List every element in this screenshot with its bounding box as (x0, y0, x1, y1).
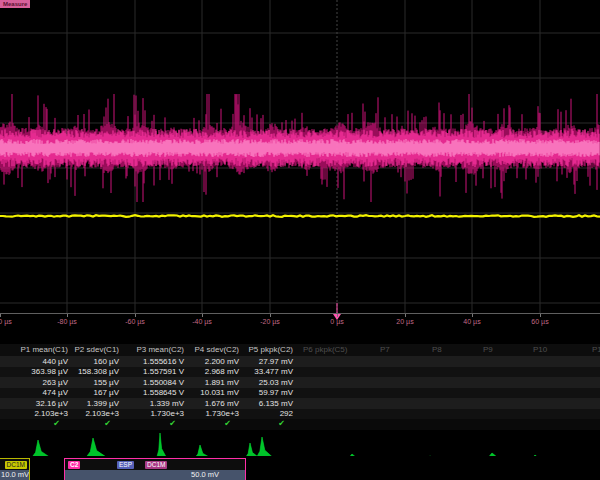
measure-cell-P2-r2: 155 µV (93, 378, 119, 387)
axis-tick (67, 314, 68, 317)
measure-row-4: 32.16 µV1.399 µV1.339 mV1.676 mV6.135 mV (0, 398, 600, 409)
measure-header-inactive-5[interactable]: P1 (592, 345, 600, 354)
measure-cell-P2-r1: 158.308 µV (78, 367, 119, 376)
timebase-axis: -100 µs-80 µs-60 µs-40 µs-20 µs0 µs20 µs… (0, 314, 600, 336)
measure-status-check-P1: ✔ (53, 419, 60, 428)
measure-header-P3[interactable]: P3 mean(C2) (136, 345, 184, 354)
measure-row-5: 2.103e+32.103e+31.730e+31.730e+3292 (0, 409, 600, 420)
channel-descriptor-bar: DC1M 10.0 mV C2 ESP DC1M 50.0 mV + HD 12… (0, 456, 600, 480)
measure-cell-P3-r3: 1.558645 V (143, 388, 184, 397)
measure-header-inactive-3[interactable]: P9 (483, 345, 493, 354)
measure-cell-P5-r4: 6.135 mV (259, 399, 293, 408)
c2-scale-value: 50.0 mV (65, 470, 245, 480)
measure-table: P1 mean(C1)P2 sdev(C1)P3 mean(C2)P4 sdev… (0, 344, 600, 430)
measure-cell-P4-r3: 10.031 mV (200, 388, 239, 397)
channel-c1-descriptor[interactable]: DC1M 10.0 mV (0, 458, 30, 480)
measure-cell-P5-r0: 27.97 mV (259, 357, 293, 366)
measure-cell-P5-r1: 33.477 mV (254, 367, 293, 376)
measure-cell-P4-r1: 2.968 mV (205, 367, 239, 376)
axis-tick-label: -20 µs (260, 318, 280, 325)
axis-tick (337, 314, 338, 317)
measure-status-check-P4: ✔ (224, 419, 231, 428)
axis-tick (135, 314, 136, 317)
axis-tick (202, 314, 203, 317)
measure-cell-P3-r4: 1.339 mV (150, 399, 184, 408)
measure-cell-P2-r3: 167 µV (93, 388, 119, 397)
measure-cell-P1-r2: 263 µV (42, 378, 68, 387)
measure-cell-P1-r0: 440 µV (42, 357, 68, 366)
measure-cell-P2-r4: 1.399 µV (87, 399, 119, 408)
measure-cell-P2-r0: 160 µV (93, 357, 119, 366)
axis-tick (405, 314, 406, 317)
measure-cell-P3-r2: 1.550084 V (143, 378, 184, 387)
measure-header-P5[interactable]: P5 pkpk(C2) (249, 345, 293, 354)
c1-header: DC1M (0, 459, 29, 469)
c1-coupling-badge: DC1M (5, 461, 27, 469)
measure-cell-P4-r4: 1.676 mV (205, 399, 239, 408)
waveform-plot[interactable] (0, 0, 600, 314)
axis-tick (540, 314, 541, 317)
axis-tick-label: 0 µs (330, 318, 343, 325)
measure-row-0: 440 µV160 µV1.555616 V2.200 mV27.97 mV (0, 356, 600, 367)
measure-cell-P1-r4: 32.16 µV (36, 399, 68, 408)
measure-row-3: 474 µV167 µV1.558645 V10.031 mV59.97 mV (0, 388, 600, 399)
measure-cell-P5-r5: 292 (280, 409, 293, 418)
status-badge[interactable]: Measure (0, 0, 30, 8)
measure-header-inactive-1[interactable]: P7 (380, 345, 390, 354)
c1-scale-value: 10.0 mV (0, 470, 30, 480)
channel-c2-descriptor[interactable]: C2 ESP DC1M 50.0 mV (64, 458, 246, 480)
measure-status-check-P2: ✔ (104, 419, 111, 428)
measure-row-2: 263 µV155 µV1.550084 V1.891 mV25.03 mV (0, 377, 600, 388)
axis-tick-label: -80 µs (57, 318, 77, 325)
c1-trace (0, 215, 600, 217)
measure-cell-P3-r0: 1.555616 V (143, 357, 184, 366)
axis-tick-label: -100 µs (0, 318, 12, 325)
measure-cell-P4-r0: 2.200 mV (205, 357, 239, 366)
measure-header-inactive-2[interactable]: P8 (432, 345, 442, 354)
axis-tick-label: 20 µs (396, 318, 413, 325)
axis-tick (472, 314, 473, 317)
measure-header-P2[interactable]: P2 sdev(C1) (75, 345, 119, 354)
measure-table-header: P1 mean(C1)P2 sdev(C1)P3 mean(C2)P4 sdev… (0, 344, 600, 356)
measure-cell-P1-r3: 474 µV (42, 388, 68, 397)
measure-header-P1[interactable]: P1 mean(C1) (20, 345, 68, 354)
c2-coupling-badge: DC1M (145, 461, 167, 469)
measure-row-1: 363.98 µV158.308 µV1.557591 V2.968 mV33.… (0, 367, 600, 378)
measure-cell-P1-r5: 2.103e+3 (34, 409, 68, 418)
axis-tick (0, 314, 1, 317)
oscilloscope-screen: Measure -100 µs-80 µs-60 µs-40 µs-20 µs0… (0, 0, 600, 480)
axis-tick-label: -60 µs (125, 318, 145, 325)
measure-header-P4[interactable]: P4 sdev(C2) (195, 345, 239, 354)
measure-cell-P4-r2: 1.891 mV (205, 378, 239, 387)
c2-esp-badge: ESP (117, 461, 134, 469)
measure-cell-P4-r5: 1.730e+3 (205, 409, 239, 418)
measure-header-inactive-0[interactable]: P6 pkpk(C5) (303, 345, 347, 354)
axis-tick (270, 314, 271, 317)
measure-status-check-P3: ✔ (169, 419, 176, 428)
axis-tick-label: 40 µs (463, 318, 480, 325)
measure-cell-P3-r1: 1.557591 V (143, 367, 184, 376)
measure-cell-P5-r2: 25.03 mV (259, 378, 293, 387)
c2-name-badge: C2 (68, 461, 80, 469)
measure-header-inactive-4[interactable]: P10 (533, 345, 547, 354)
axis-tick-label: 60 µs (531, 318, 548, 325)
measure-cell-P5-r3: 59.97 mV (259, 388, 293, 397)
measure-status-check-P5: ✔ (278, 419, 285, 428)
measure-cell-P3-r5: 1.730e+3 (150, 409, 184, 418)
axis-tick-label: -40 µs (192, 318, 212, 325)
c2-header: C2 ESP DC1M (65, 459, 245, 469)
measure-cell-P1-r1: 363.98 µV (31, 367, 68, 376)
measure-cell-P2-r5: 2.103e+3 (85, 409, 119, 418)
